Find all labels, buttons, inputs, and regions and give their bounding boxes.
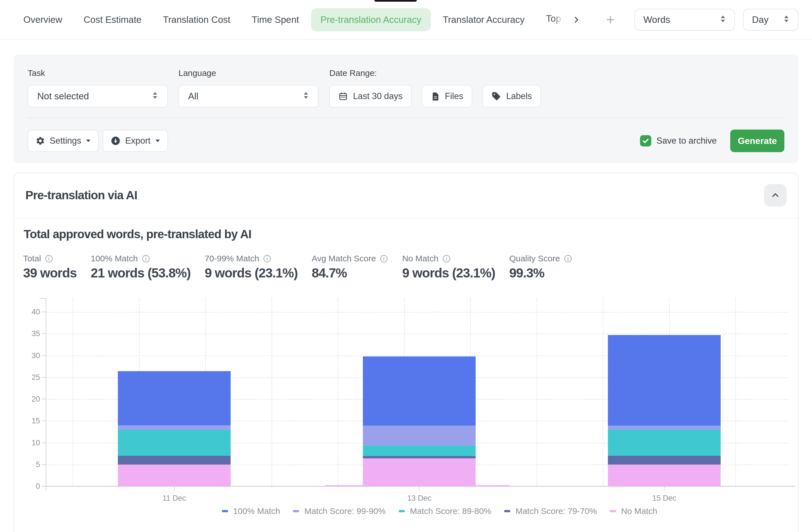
tab-label: Top bbox=[546, 13, 564, 24]
bar-15-dec-no-match[interactable] bbox=[608, 464, 721, 486]
gridline-vertical bbox=[272, 298, 272, 486]
y-axis-label: 30 bbox=[20, 351, 40, 360]
save-to-archive-checkbox[interactable] bbox=[640, 135, 651, 146]
y-axis-label: 25 bbox=[20, 373, 40, 382]
files-button[interactable]: Files bbox=[422, 85, 472, 108]
x-tick bbox=[664, 486, 665, 490]
legend-item-match-score-89-80[interactable]: Match Score: 89-80% bbox=[399, 506, 491, 516]
legend-marker bbox=[293, 510, 299, 512]
x-tick bbox=[419, 486, 420, 490]
y-axis-line bbox=[46, 298, 46, 490]
legend-label: 100% Match bbox=[233, 506, 280, 516]
bar-11-dec-match-score-99-90[interactable] bbox=[118, 425, 231, 430]
y-axis-label: 10 bbox=[20, 438, 40, 447]
bar-11-dec-no-match[interactable] bbox=[118, 464, 231, 486]
tab-time-spent[interactable]: Time Spent bbox=[242, 8, 309, 31]
gridline-vertical bbox=[735, 298, 736, 486]
gridline-horizontal bbox=[46, 312, 788, 312]
y-axis-label: 40 bbox=[20, 308, 40, 317]
settings-button[interactable]: Settings bbox=[28, 130, 99, 152]
gridline-vertical bbox=[603, 298, 603, 486]
tab-overview[interactable]: Overview bbox=[14, 8, 72, 31]
y-tick bbox=[42, 311, 46, 312]
legend-item-no-match[interactable]: No Match bbox=[610, 506, 657, 516]
export-label: Export bbox=[125, 136, 150, 146]
bar-15-dec-100-match[interactable] bbox=[608, 335, 721, 425]
legend-item-match-score-79-70[interactable]: Match Score: 79-70% bbox=[504, 506, 597, 516]
x-axis-label: 15 Dec bbox=[644, 494, 684, 503]
tabs: OverviewCost EstimateTranslation CostTim… bbox=[14, 7, 566, 32]
y-axis-label: 5 bbox=[20, 460, 40, 469]
button-label: Labels bbox=[506, 91, 532, 101]
language-label: Language bbox=[178, 68, 319, 78]
legend-item-match-score-99-90[interactable]: Match Score: 99-90% bbox=[293, 506, 386, 516]
export-button[interactable]: Export bbox=[103, 130, 168, 152]
tab-top[interactable]: Top bbox=[537, 7, 564, 32]
period-select[interactable]: Day bbox=[743, 9, 798, 31]
tab-translation-cost[interactable]: Translation Cost bbox=[154, 8, 240, 31]
task-label: Task bbox=[28, 68, 168, 78]
generate-button[interactable]: Generate bbox=[730, 129, 784, 152]
chart: 051015202530354011 Dec13 Dec15 Dec bbox=[14, 173, 798, 531]
last-30-days-button[interactable]: Last 30 days bbox=[329, 85, 412, 108]
calendar-icon bbox=[338, 92, 348, 101]
gridline-vertical bbox=[73, 298, 73, 486]
check-icon bbox=[642, 137, 650, 145]
legend-label: Match Score: 79-70% bbox=[516, 506, 597, 516]
tab-pre-translation-accuracy[interactable]: Pre-translation Accuracy bbox=[311, 8, 431, 31]
settings-label: Settings bbox=[49, 136, 81, 146]
bar-13-dec-match-score-89-80[interactable] bbox=[363, 446, 476, 456]
tab-bar: OverviewCost EstimateTranslation CostTim… bbox=[0, 0, 812, 40]
unit-select-value: Words bbox=[643, 14, 670, 25]
caret-down-icon bbox=[86, 139, 91, 142]
x-axis-label: 13 Dec bbox=[400, 494, 439, 503]
y-tick bbox=[42, 464, 46, 465]
gridline-horizontal bbox=[46, 334, 788, 334]
labels-button[interactable]: Labels bbox=[482, 85, 541, 108]
download-icon bbox=[111, 136, 121, 146]
task-select[interactable]: Not selected bbox=[28, 85, 168, 108]
tabs-overflow-button[interactable] bbox=[572, 15, 581, 24]
legend-marker bbox=[504, 510, 510, 512]
tab-cost-estimate[interactable]: Cost Estimate bbox=[74, 8, 151, 31]
bar-13-dec-100-match[interactable] bbox=[363, 356, 476, 426]
language-select[interactable]: All bbox=[178, 85, 319, 108]
y-tick bbox=[42, 355, 46, 356]
legend-marker bbox=[399, 510, 405, 512]
y-tick bbox=[42, 421, 46, 421]
date-range-label: Date Range: bbox=[329, 68, 551, 78]
bar-13-dec-no-match[interactable] bbox=[363, 458, 476, 486]
bar-13-dec-match-score-99-90[interactable] bbox=[363, 425, 476, 446]
x-axis-label: 11 Dec bbox=[155, 494, 194, 503]
y-axis-label: 35 bbox=[20, 330, 40, 338]
legend-label: Match Score: 99-90% bbox=[304, 506, 386, 516]
add-tab-button[interactable] bbox=[605, 14, 616, 25]
filter-panel: Task Not selected Language All Date Rang… bbox=[14, 55, 798, 163]
legend-marker bbox=[610, 510, 616, 512]
task-select-value: Not selected bbox=[37, 91, 89, 102]
y-tick bbox=[42, 333, 46, 334]
chevron-right-icon bbox=[572, 15, 581, 24]
caret-down-icon bbox=[155, 139, 160, 142]
bar-15-dec-match-score-99-90[interactable] bbox=[608, 425, 721, 430]
bar-15-dec-match-score-89-80[interactable] bbox=[608, 430, 721, 456]
language-select-value: All bbox=[188, 91, 199, 102]
bar-11-dec-100-match[interactable] bbox=[118, 371, 231, 425]
gridline-vertical bbox=[338, 298, 338, 486]
bar-11-dec-match-score-89-80[interactable] bbox=[118, 430, 231, 456]
select-arrows-icon bbox=[152, 91, 158, 102]
tag-icon bbox=[491, 92, 501, 101]
legend-item-100-match[interactable]: 100% Match bbox=[222, 506, 280, 516]
gear-icon bbox=[35, 136, 45, 145]
y-tick bbox=[42, 443, 46, 443]
filter-divider bbox=[28, 118, 784, 118]
bar-13-dec-match-score-79-70[interactable] bbox=[363, 456, 476, 458]
legend-label: Match Score: 89-80% bbox=[410, 506, 491, 516]
y-axis-label: 15 bbox=[20, 417, 40, 425]
bar-11-dec-match-score-79-70[interactable] bbox=[118, 456, 231, 464]
tab-translator-accuracy[interactable]: Translator Accuracy bbox=[433, 8, 534, 31]
bar-15-dec-match-score-79-70[interactable] bbox=[608, 456, 721, 464]
unit-select[interactable]: Words bbox=[634, 9, 735, 31]
gridline-vertical bbox=[537, 298, 537, 486]
file-icon bbox=[431, 92, 440, 101]
